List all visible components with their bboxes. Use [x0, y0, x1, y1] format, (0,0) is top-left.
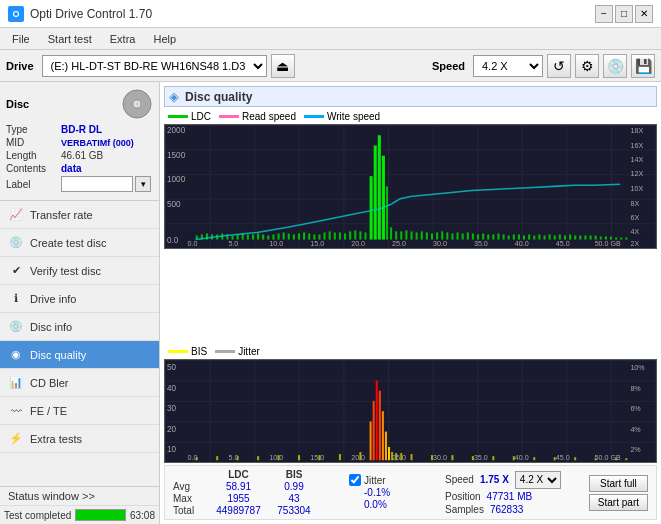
avg-bis: 0.99 — [274, 481, 314, 492]
app-title: Opti Drive Control 1.70 — [30, 7, 152, 21]
svg-rect-148 — [388, 447, 390, 460]
sidebar-item-drive-info[interactable]: ℹ Drive info — [0, 285, 159, 313]
svg-rect-107 — [625, 238, 627, 240]
burn-button[interactable]: 💿 — [603, 54, 627, 78]
chart-header-icon: ◈ — [169, 89, 179, 104]
menu-file[interactable]: File — [4, 31, 38, 47]
sidebar-item-create-test-disc[interactable]: 💿 Create test disc — [0, 229, 159, 257]
svg-text:45.0: 45.0 — [556, 240, 570, 248]
svg-text:16X: 16X — [630, 142, 643, 150]
minimize-button[interactable]: − — [595, 5, 613, 23]
ldc-header: LDC — [211, 469, 266, 480]
svg-rect-90 — [538, 234, 540, 239]
top-chart-svg: 2000 1500 1000 500 0.0 18X 16X 14X 12X 1… — [164, 124, 657, 249]
svg-text:6%: 6% — [630, 405, 641, 413]
svg-rect-122 — [165, 360, 656, 462]
maximize-button[interactable]: □ — [615, 5, 633, 23]
refresh-button[interactable]: ↺ — [547, 54, 571, 78]
disc-type-label: Type — [6, 124, 61, 135]
start-buttons: Start full Start part — [589, 475, 648, 511]
legend-jitter: Jitter — [215, 346, 260, 357]
svg-text:1000: 1000 — [167, 175, 186, 184]
svg-text:8X: 8X — [630, 200, 639, 208]
chart-title: Disc quality — [185, 90, 252, 104]
svg-text:0.0: 0.0 — [167, 236, 179, 245]
sidebar-item-verify-test-disc[interactable]: ✔ Verify test disc — [0, 257, 159, 285]
disc-quality-icon: ◉ — [8, 347, 24, 363]
svg-rect-67 — [421, 231, 423, 239]
avg-ldc: 58.91 — [211, 481, 266, 492]
drive-bar: Drive (E:) HL-DT-ST BD-RE WH16NS48 1.D3 … — [0, 50, 661, 82]
bottom-chart-area: BIS Jitter 50 40 30 — [164, 344, 657, 463]
legend-write-speed-label: Write speed — [327, 111, 380, 122]
start-full-button[interactable]: Start full — [589, 475, 648, 492]
legend-ldc: LDC — [168, 111, 211, 122]
position-value: 47731 MB — [487, 491, 533, 502]
sidebar-label-cd-bler: CD Bler — [30, 377, 69, 389]
sidebar-item-disc-quality[interactable]: ◉ Disc quality — [0, 341, 159, 369]
total-ldc: 44989787 — [211, 505, 266, 516]
status-text: Test completed — [4, 510, 71, 521]
legend-jitter-color — [215, 350, 235, 353]
svg-rect-71 — [441, 231, 443, 239]
status-window-button[interactable]: Status window >> — [0, 487, 159, 506]
speed-select[interactable]: 4.2 X — [473, 55, 543, 77]
svg-rect-152 — [411, 454, 413, 460]
svg-rect-49 — [334, 232, 336, 239]
speed-dropdown[interactable]: 4.2 X — [515, 471, 561, 489]
eject-button[interactable]: ⏏ — [271, 54, 295, 78]
svg-rect-53 — [354, 230, 356, 239]
max-jitter: 0.0% — [349, 499, 429, 510]
disc-title: Disc — [6, 98, 29, 110]
svg-rect-33 — [252, 234, 254, 239]
svg-text:50.0 GB: 50.0 GB — [595, 240, 621, 248]
svg-text:0.0: 0.0 — [188, 240, 198, 248]
settings-button[interactable]: ⚙ — [575, 54, 599, 78]
svg-text:4X: 4X — [630, 228, 639, 236]
disc-label-btn[interactable]: ▾ — [135, 176, 151, 192]
sidebar-item-transfer-rate[interactable]: 📈 Transfer rate — [0, 201, 159, 229]
svg-text:8%: 8% — [630, 384, 641, 392]
progress-time: 63:08 — [130, 510, 155, 521]
sidebar-item-cd-bler[interactable]: 📊 CD Bler — [0, 369, 159, 397]
svg-rect-51 — [344, 233, 346, 239]
svg-text:10.0: 10.0 — [269, 454, 283, 462]
svg-text:1500: 1500 — [167, 151, 186, 160]
drive-select[interactable]: (E:) HL-DT-ST BD-RE WH16NS48 1.D3 — [42, 55, 267, 77]
cd-bler-icon: 📊 — [8, 375, 24, 391]
svg-rect-83 — [503, 234, 505, 239]
verify-test-disc-icon: ✔ — [8, 263, 24, 279]
disc-type-value: BD-R DL — [61, 124, 102, 135]
svg-rect-79 — [482, 233, 484, 239]
create-test-disc-icon: 💿 — [8, 235, 24, 251]
sidebar-item-fe-te[interactable]: 〰 FE / TE — [0, 397, 159, 425]
svg-rect-91 — [543, 235, 545, 239]
avg-label: Avg — [173, 481, 203, 492]
svg-rect-72 — [446, 232, 448, 239]
speed-label: Speed — [432, 60, 465, 72]
sidebar-item-disc-info[interactable]: 💿 Disc info — [0, 313, 159, 341]
svg-text:30: 30 — [167, 404, 177, 413]
menu-help[interactable]: Help — [145, 31, 184, 47]
save-button[interactable]: 💾 — [631, 54, 655, 78]
svg-point-2 — [135, 102, 139, 106]
sidebar-item-extra-tests[interactable]: ⚡ Extra tests — [0, 425, 159, 453]
svg-rect-154 — [451, 455, 453, 460]
menu-extra[interactable]: Extra — [102, 31, 144, 47]
extra-tests-icon: ⚡ — [8, 431, 24, 447]
svg-rect-43 — [303, 232, 305, 239]
svg-rect-61 — [390, 227, 392, 239]
svg-rect-84 — [508, 235, 510, 239]
start-part-button[interactable]: Start part — [589, 494, 648, 511]
legend-write-speed-color — [304, 115, 324, 118]
disc-mid-value: VERBATIMf (000) — [61, 138, 134, 148]
svg-rect-54 — [359, 231, 361, 239]
svg-text:10X: 10X — [630, 185, 643, 193]
samples-label: Samples — [445, 504, 484, 515]
disc-label-input[interactable] — [61, 176, 133, 192]
svg-text:25.0: 25.0 — [392, 240, 406, 248]
svg-rect-99 — [584, 235, 586, 239]
close-button[interactable]: ✕ — [635, 5, 653, 23]
jitter-checkbox[interactable] — [349, 474, 361, 486]
menu-start-test[interactable]: Start test — [40, 31, 100, 47]
